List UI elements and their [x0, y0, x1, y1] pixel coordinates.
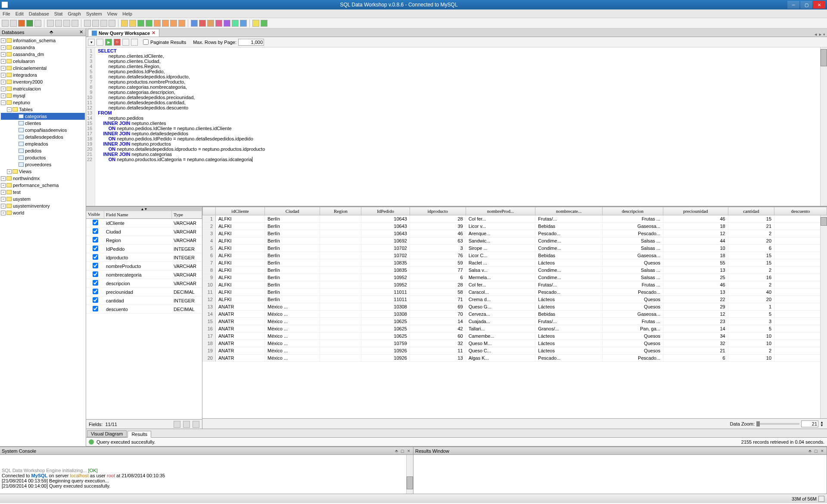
chart6-icon[interactable] — [162, 20, 169, 27]
tree-node-neptuno[interactable]: −neptuno — [1, 99, 85, 106]
tree-node-usysteminventory[interactable]: +usysteminventory — [1, 202, 85, 209]
results-min-icon[interactable]: ⬘ — [808, 449, 812, 453]
tree-node-proveedores[interactable]: proveedores — [1, 161, 85, 168]
column-header[interactable]: idproducto — [410, 207, 466, 215]
table-row[interactable]: 16ANATRMéxico ...1062542Tallari...Granos… — [203, 325, 827, 333]
tool5-icon[interactable] — [84, 20, 91, 27]
tree-node-inventory2000[interactable]: +inventory2000 — [1, 78, 85, 85]
table-row[interactable]: 19ANATRMéxico ...1092611Queso C...Lácteo… — [203, 347, 827, 355]
column-header[interactable]: Region — [320, 207, 361, 215]
copy-icon[interactable] — [47, 20, 54, 27]
field-row[interactable]: nombrecategoriaVARCHAR — [86, 271, 202, 279]
graph3-icon[interactable] — [207, 20, 214, 27]
field-visible-checkbox[interactable] — [93, 306, 98, 311]
menu-system[interactable]: System — [86, 11, 102, 16]
field-row[interactable]: IdPedidoINTEGER — [86, 245, 202, 253]
table-row[interactable]: 4ALFKIBerlín1069263Sandwic...Condime...S… — [203, 237, 827, 245]
menu-help[interactable]: Help — [122, 11, 132, 16]
col-visible[interactable]: Visible — [86, 211, 104, 218]
qtool3-icon[interactable] — [122, 39, 129, 46]
tree-node-northwindmx[interactable]: +northwindmx — [1, 175, 85, 182]
maximize-button[interactable]: ▢ — [800, 1, 812, 9]
database-tree[interactable]: +information_schema+cassandra+cassandra_… — [0, 36, 86, 446]
db-icon[interactable] — [18, 20, 25, 27]
field-row[interactable]: cantidadINTEGER — [86, 296, 202, 305]
results-output[interactable] — [414, 455, 827, 494]
column-header[interactable]: descripcion — [602, 207, 663, 215]
chart1-icon[interactable] — [121, 20, 128, 27]
tab-results[interactable]: Results — [127, 431, 151, 438]
field-row[interactable]: descripcionVARCHAR — [86, 279, 202, 288]
table-row[interactable]: 13ANATRMéxico ...1030869Queso G...Lácteo… — [203, 303, 827, 311]
open-icon[interactable] — [10, 20, 17, 27]
qtool4-icon[interactable] — [131, 39, 138, 46]
chart8-icon[interactable] — [178, 20, 185, 27]
menu-view[interactable]: View — [107, 11, 118, 16]
tree-node-cassandra[interactable]: +cassandra — [1, 44, 85, 51]
field-visible-checkbox[interactable] — [93, 220, 98, 225]
table-row[interactable]: 17ANATRMéxico ...1062560Camembe...Lácteo… — [203, 333, 827, 340]
graph4-icon[interactable] — [215, 20, 222, 27]
tab-prev-icon[interactable]: ◄ — [814, 32, 818, 37]
tab-new-query[interactable]: New Query Workspace ✕ — [88, 29, 159, 37]
tool7-icon[interactable] — [100, 20, 107, 27]
tree-node-mysql[interactable]: +mysql — [1, 92, 85, 99]
tree-node-productos[interactable]: productos — [1, 154, 85, 161]
new-icon[interactable] — [2, 20, 9, 27]
tree-node-performance_schema[interactable]: +performance_schema — [1, 182, 85, 189]
tree-node-information_schema[interactable]: +information_schema — [1, 37, 85, 44]
tree-node-integradora[interactable]: +integradora — [1, 72, 85, 78]
zoom-value[interactable]: 21 — [801, 420, 818, 427]
save-icon[interactable] — [63, 20, 70, 27]
menu-database[interactable]: Database — [29, 11, 49, 16]
tree-node-world[interactable]: +world — [1, 209, 85, 216]
chart5-icon[interactable] — [154, 20, 161, 27]
tool8-icon[interactable] — [109, 20, 115, 27]
console-scrollbar[interactable] — [406, 455, 413, 494]
field-visible-checkbox[interactable] — [93, 297, 98, 303]
tree-node-clientes[interactable]: clientes — [1, 120, 85, 127]
tree-node-tables[interactable]: −Tables — [1, 106, 85, 113]
tree-node-detallesdepedidos[interactable]: detallesdepedidos — [1, 134, 85, 140]
tree-node-clinicaelemental[interactable]: +clinicaelemental — [1, 65, 85, 72]
tab-visual-diagram[interactable]: Visual Diagram — [87, 430, 127, 437]
sql-icon[interactable] — [34, 20, 41, 27]
field-row[interactable]: CiudadVARCHAR — [86, 227, 202, 236]
star-icon[interactable] — [252, 20, 259, 27]
qtool1-icon[interactable] — [96, 39, 103, 46]
table-row[interactable]: 12ALFKIBerlín1101171Crema d...LácteosQue… — [203, 296, 827, 303]
col-type[interactable]: Type — [172, 211, 202, 218]
tree-node-cassandra_dm[interactable]: +cassandra_dm — [1, 51, 85, 58]
tree-node-celulaaron[interactable]: +celulaaron — [1, 58, 85, 65]
field-row[interactable]: RegionVARCHAR — [86, 236, 202, 245]
field-visible-checkbox[interactable] — [93, 280, 98, 286]
tree-node-compañiasdeenvios[interactable]: compañiasdeenvios — [1, 127, 85, 134]
table-row[interactable]: 14ANATRMéxico ...1030870Cerveza...Bebida… — [203, 311, 827, 318]
field-row[interactable]: idproductoINTEGER — [86, 253, 202, 262]
results-max-icon[interactable]: ▢ — [813, 449, 819, 453]
field-visible-checkbox[interactable] — [93, 263, 98, 268]
tree-node-matriculacion[interactable]: +matriculacion — [1, 85, 85, 92]
paste-icon[interactable] — [55, 20, 62, 27]
table-row[interactable]: 5ALFKIBerlín107023Sirope ...Condime...Sa… — [203, 245, 827, 252]
tab-close-icon[interactable]: ✕ — [152, 30, 155, 36]
results-close-icon[interactable]: ✕ — [820, 449, 825, 453]
field-row[interactable]: nombreProductoVARCHAR — [86, 262, 202, 271]
column-header[interactable]: preciounidad — [663, 207, 728, 215]
console-close-icon[interactable]: ✕ — [406, 449, 411, 453]
tree-node-categorias[interactable]: categorias — [1, 113, 85, 120]
zoom-slider[interactable] — [756, 423, 799, 425]
field-visible-checkbox[interactable] — [93, 228, 98, 234]
fields-view1-icon[interactable] — [174, 421, 180, 428]
dropdown-icon[interactable]: ▾ — [88, 39, 95, 46]
col-fieldname[interactable]: Field Name — [104, 211, 172, 218]
fields-refresh-icon[interactable] — [193, 421, 199, 428]
field-row[interactable]: descuentoDECIMAL — [86, 305, 202, 314]
menu-stat[interactable]: Stat — [54, 11, 63, 16]
tree-node-empleados[interactable]: empleados — [1, 140, 85, 147]
graph7-icon[interactable] — [240, 20, 247, 27]
panel-close-icon[interactable]: ✕ — [78, 29, 84, 35]
table-row[interactable]: 10ALFKIBerlín1095228Col fer...Frutas/...… — [203, 281, 827, 289]
table-row[interactable]: 1ALFKIBerlín1064328Col fer...Frutas/...F… — [203, 215, 827, 223]
chart7-icon[interactable] — [170, 20, 177, 27]
